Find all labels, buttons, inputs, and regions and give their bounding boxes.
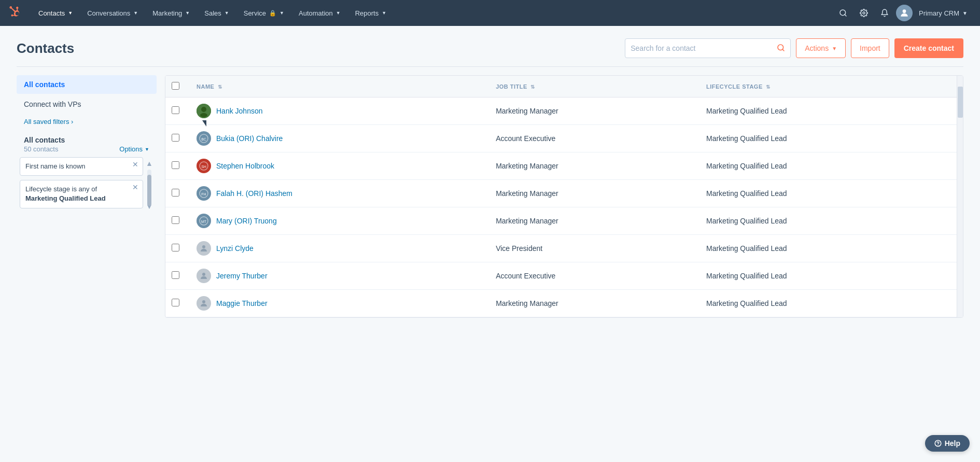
filter-remove-firstname[interactable]: ✕ [132, 161, 138, 168]
table-row: SH Stephen Holbrook Marketing Manager Ma… [165, 152, 957, 180]
row-checkbox-cell [165, 152, 188, 180]
sidebar: All contacts Connect with VPs All saved … [17, 75, 157, 213]
svg-text:SH: SH [201, 165, 206, 169]
page-header: Contacts Actions ▼ Import Create contact [17, 38, 963, 58]
table-scrollbar-thumb[interactable] [958, 87, 963, 118]
table-with-scrollbar: NAME ⇅ JOB TITLE ⇅ LIFECYCLE STAGE ⇅ [165, 76, 963, 317]
sidebar-all-contacts[interactable]: All contacts [17, 75, 157, 94]
nav-right-area: Primary CRM ▼ [834, 4, 972, 22]
nav-sales[interactable]: Sales ▼ [197, 0, 236, 26]
table-row: Jeremy Thurber Account Executive Marketi… [165, 262, 957, 290]
svg-line-5 [782, 49, 784, 51]
nav-conversations[interactable]: Conversations ▼ [80, 0, 145, 26]
contact-link-1[interactable]: Hank Johnson [197, 104, 479, 118]
search-icon-button[interactable] [834, 4, 852, 22]
row-checkbox-7[interactable] [172, 271, 179, 279]
header-divider [17, 66, 963, 67]
row-name-cell-7: Jeremy Thurber [188, 262, 487, 290]
contacts-table-area: NAME ⇅ JOB TITLE ⇅ LIFECYCLE STAGE ⇅ [165, 75, 963, 318]
search-contact-input[interactable] [631, 44, 777, 52]
table-row: Maggie Thurber Marketing Manager Marketi… [165, 290, 957, 317]
reports-chevron-icon: ▼ [382, 10, 386, 16]
row-checkbox-8[interactable] [172, 299, 179, 306]
svg-point-21 [202, 245, 205, 248]
scroll-up-icon[interactable]: ▲ [146, 159, 153, 167]
contact-link-3[interactable]: SH Stephen Holbrook [197, 159, 479, 173]
filter-tags-list: First name is known ✕ Lifecycle stage is… [20, 157, 143, 213]
table-header-row: NAME ⇅ JOB TITLE ⇅ LIFECYCLE STAGE ⇅ [165, 76, 957, 97]
settings-icon-button[interactable] [855, 4, 873, 22]
row-lifecycle-cell-5: Marketing Qualified Lead [698, 207, 957, 235]
conversations-chevron-icon: ▼ [133, 10, 138, 16]
row-jobtitle-cell-7: Account Executive [487, 262, 698, 290]
svg-line-1 [845, 15, 846, 16]
contact-link-6[interactable]: Lynzi Clyde [197, 241, 479, 256]
user-avatar[interactable] [896, 5, 913, 21]
options-chevron-icon: ▼ [145, 147, 149, 152]
sidebar-scroll-thumb [147, 175, 151, 206]
table-row: Hank Johnson Marketing Manager Marketing… [165, 97, 957, 125]
import-button[interactable]: Import [851, 38, 889, 58]
row-checkbox-5[interactable] [172, 216, 179, 224]
row-checkbox-1[interactable] [172, 106, 179, 114]
account-switcher[interactable]: Primary CRM ▼ [915, 9, 972, 17]
row-jobtitle-cell-4: Marketing Manager [487, 180, 698, 207]
svg-point-7 [201, 107, 206, 112]
row-jobtitle-cell-2: Account Executive [487, 125, 698, 152]
row-name-cell-1: Hank Johnson [188, 97, 487, 125]
row-lifecycle-cell-1: Marketing Qualified Lead [698, 97, 957, 125]
row-lifecycle-cell-2: Marketing Qualified Lead [698, 125, 957, 152]
contact-link-4[interactable]: FH Falah H. (ORI) Hashem [197, 186, 479, 201]
select-all-checkbox[interactable] [172, 82, 179, 90]
svg-point-8 [200, 113, 207, 117]
sidebar-options-button[interactable]: Options ▼ [119, 145, 149, 153]
search-submit-icon[interactable] [777, 44, 785, 53]
contact-link-7[interactable]: Jeremy Thurber [197, 269, 479, 283]
search-contact-box [625, 38, 791, 58]
sidebar-all-saved-filters[interactable]: All saved filters › [17, 115, 157, 129]
row-name-cell-4: FH Falah H. (ORI) Hashem [188, 180, 487, 207]
contact-link-5[interactable]: MT Mary (ORI) Truong [197, 214, 479, 228]
name-col-header[interactable]: NAME ⇅ [188, 76, 487, 97]
sidebar-connect-vps[interactable]: Connect with VPs [17, 95, 157, 114]
row-lifecycle-cell-6: Marketing Qualified Lead [698, 235, 957, 262]
nav-service[interactable]: Service 🔒 ▼ [236, 0, 291, 26]
table-row: Lynzi Clyde Vice President Marketing Qua… [165, 235, 957, 262]
row-name-cell-5: MT Mary (ORI) Truong [188, 207, 487, 235]
row-checkbox-cell [165, 262, 188, 290]
create-contact-button[interactable]: Create contact [894, 38, 963, 58]
filter-tag-firstname: First name is known ✕ [20, 157, 143, 176]
row-jobtitle-cell-5: Marketing Manager [487, 207, 698, 235]
nav-automation[interactable]: Automation ▼ [291, 0, 348, 26]
hubspot-logo[interactable] [8, 6, 23, 20]
actions-button[interactable]: Actions ▼ [796, 38, 846, 58]
row-jobtitle-cell-3: Marketing Manager [487, 152, 698, 180]
job-title-col-header[interactable]: JOB TITLE ⇅ [487, 76, 698, 97]
row-jobtitle-cell-8: Marketing Manager [487, 290, 698, 317]
nav-reports[interactable]: Reports ▼ [348, 0, 394, 26]
nav-contacts[interactable]: Contacts ▼ [31, 0, 80, 26]
contact-link-8[interactable]: Maggie Thurber [197, 296, 479, 311]
svg-text:MT: MT [201, 220, 207, 223]
marketing-chevron-icon: ▼ [185, 10, 190, 16]
row-checkbox-6[interactable] [172, 244, 179, 251]
row-jobtitle-cell-6: Vice President [487, 235, 698, 262]
row-checkbox-4[interactable] [172, 189, 179, 197]
table-scrollbar-track [957, 76, 963, 317]
service-lock-icon: 🔒 [269, 10, 276, 17]
filter-remove-lifecycle[interactable]: ✕ [132, 184, 138, 191]
row-checkbox-cell [165, 97, 188, 125]
table-row: MT Mary (ORI) Truong Marketing Manager M… [165, 207, 957, 235]
row-checkbox-cell [165, 207, 188, 235]
table-container: NAME ⇅ JOB TITLE ⇅ LIFECYCLE STAGE ⇅ [165, 76, 957, 317]
nav-marketing[interactable]: Marketing ▼ [145, 0, 197, 26]
row-checkbox-2[interactable] [172, 134, 179, 142]
sidebar-contact-count: 50 contacts [24, 145, 59, 153]
lifecycle-col-header[interactable]: LIFECYCLE STAGE ⇅ [698, 76, 957, 97]
notifications-icon-button[interactable] [875, 4, 894, 22]
account-chevron-icon: ▼ [962, 10, 968, 16]
row-checkbox-3[interactable] [172, 161, 179, 169]
sidebar-section-title: All contacts [17, 134, 157, 144]
contact-link-2[interactable]: BC Bukia (ORI) Chalvire [197, 131, 479, 146]
row-name-cell-8: Maggie Thurber [188, 290, 487, 317]
